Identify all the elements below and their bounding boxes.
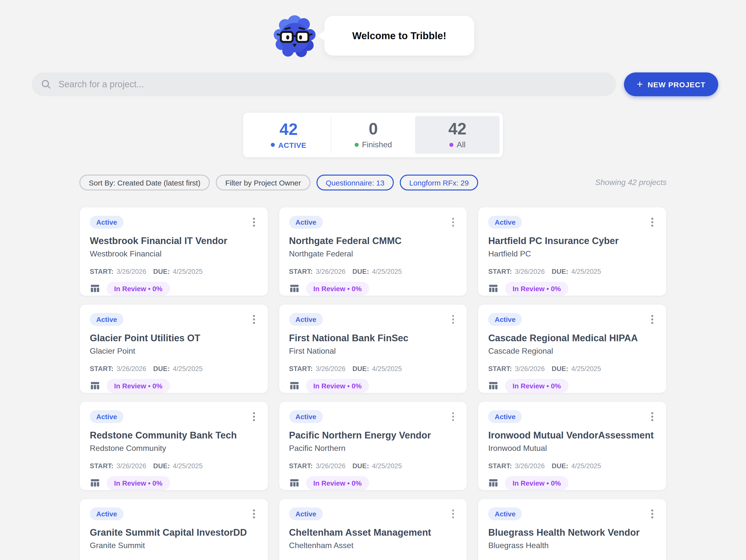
project-title: Bluegrass Health Network Vendor [488,527,656,539]
status-badge: Active [90,313,123,326]
project-dates: START: 3/26/2026 DUE: 4/25/2025 [90,462,258,470]
kebab-menu-icon[interactable] [250,507,258,520]
due-date: 4/25/2025 [372,268,402,275]
kebab-menu-icon[interactable] [449,313,457,326]
due-label: DUE: [551,462,568,470]
kebab-menu-icon[interactable] [250,313,258,326]
project-owner: Cheltenham Asset [289,541,457,550]
status-badge: Active [90,216,123,229]
status-badge: Active [289,507,323,520]
project-card[interactable]: Active Bluegrass Health Network Vendor B… [478,499,667,560]
status-badge: Active [488,313,522,326]
project-title: Northgate Federal CMMC [289,235,457,247]
new-project-label: NEW PROJECT [648,80,705,88]
review-progress-pill: In Review • 0% [107,282,170,296]
project-card[interactable]: Active Westbrook Financial IT Vendor Wes… [79,207,268,296]
due-date: 4/25/2025 [173,365,203,372]
due-date: 4/25/2025 [571,365,601,372]
project-card[interactable]: Active Pacific Northern Energy Vendor Pa… [279,401,467,491]
kebab-menu-icon[interactable] [449,216,457,228]
active-dot-icon [271,143,275,147]
stat-tab-finished[interactable]: 0 Finished [331,116,415,154]
start-label: START: [289,462,313,470]
kebab-menu-icon[interactable] [250,216,258,228]
project-title: Granite Summit Capital InvestorDD [90,527,258,539]
project-card[interactable]: Active Glacier Point Utilities OT Glacie… [79,304,268,393]
project-owner: Bluegrass Health [488,541,656,550]
status-badge: Active [90,410,123,423]
status-badge: Active [90,507,123,520]
project-card[interactable]: Active Hartfield PC Insurance Cyber Hart… [478,207,667,296]
status-badge: Active [488,216,522,229]
table-icon [90,381,100,391]
start-label: START: [90,462,114,470]
start-label: START: [90,268,114,275]
start-label: START: [90,365,114,372]
project-card[interactable]: Active Ironwood Mutual VendorAssessment … [478,401,667,491]
status-badge: Active [289,216,323,229]
due-date: 4/25/2025 [571,268,601,275]
project-card[interactable]: Active First National Bank FinSec First … [279,304,467,393]
review-progress-pill: In Review • 0% [505,282,568,296]
project-card[interactable]: Active Granite Summit Capital InvestorDD… [79,499,268,560]
filter-owner-chip[interactable]: Filter by Project Owner [216,175,310,191]
stat-tab-all[interactable]: 42 All [415,116,499,154]
status-badge: Active [488,507,522,520]
due-date: 4/25/2025 [571,462,601,470]
due-date: 4/25/2025 [173,462,203,470]
questionnaire-count-chip[interactable]: Questionnaire: 13 [316,175,394,191]
project-card[interactable]: Active Cheltenham Asset Management Chelt… [279,499,467,560]
project-title: Westbrook Financial IT Vendor [90,235,258,247]
stat-tab-active[interactable]: 42 ACTIVE [247,116,331,154]
start-date: 3/26/2026 [117,365,146,372]
project-card[interactable]: Active Northgate Federal CMMC Northgate … [279,207,467,296]
longform-rfx-count-chip[interactable]: Longform RFx: 29 [400,175,478,191]
due-label: DUE: [153,462,170,470]
kebab-menu-icon[interactable] [649,216,656,228]
table-icon [289,478,299,488]
start-date: 3/26/2026 [316,462,345,470]
project-owner: Cascade Regional [488,347,656,356]
project-cards-grid: Active Westbrook Financial IT Vendor Wes… [79,207,667,560]
project-owner: Hartfield PC [488,250,656,258]
active-count: 42 [280,121,297,137]
start-date: 3/26/2026 [117,462,146,470]
kebab-menu-icon[interactable] [449,507,457,520]
table-icon [289,283,299,294]
due-date: 4/25/2025 [372,365,402,372]
table-icon [488,283,499,294]
project-dates: START: 3/26/2026 DUE: 4/25/2025 [90,365,258,372]
kebab-menu-icon[interactable] [449,410,457,423]
project-title: Cheltenham Asset Management [289,527,457,539]
all-dot-icon [449,143,453,147]
kebab-menu-icon[interactable] [649,507,656,520]
project-card[interactable]: Active Cascade Regional Medical HIPAA Ca… [478,304,667,393]
welcome-speech-bubble: Welcome to Tribble! [324,16,474,56]
kebab-menu-icon[interactable] [649,410,656,423]
project-card[interactable]: Active Redstone Community Bank Tech Reds… [79,401,268,491]
project-owner: Granite Summit [90,541,258,550]
table-icon [90,478,100,488]
kebab-menu-icon[interactable] [649,313,656,326]
active-label: ACTIVE [278,141,307,149]
new-project-button[interactable]: + NEW PROJECT [624,73,718,96]
project-owner: Ironwood Mutual [488,444,656,453]
project-owner: Westbrook Financial [90,250,258,258]
start-label: START: [488,268,512,275]
due-date: 4/25/2025 [173,268,203,275]
start-date: 3/26/2026 [515,462,545,470]
review-progress-pill: In Review • 0% [505,379,568,393]
start-label: START: [488,365,512,372]
sort-by-chip[interactable]: Sort By: Created Date (latest first) [79,175,210,191]
search-input[interactable] [58,79,607,90]
project-owner: Redstone Community [90,444,258,453]
finished-label: Finished [362,140,392,149]
search-box[interactable] [32,73,616,96]
project-title: Hartfield PC Insurance Cyber [488,235,656,247]
due-label: DUE: [352,462,369,470]
status-badge: Active [289,313,323,326]
kebab-menu-icon[interactable] [250,410,258,423]
project-title: Pacific Northern Energy Vendor [289,429,457,442]
start-label: START: [289,268,313,275]
status-badge: Active [289,410,323,423]
